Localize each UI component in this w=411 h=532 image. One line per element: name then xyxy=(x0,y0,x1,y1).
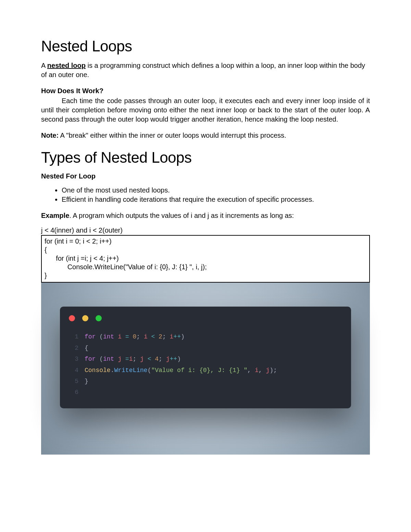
line-number: 6 xyxy=(69,387,78,398)
code-text: { xyxy=(85,343,88,354)
code-text: Console.WriteLine("Value of i: {0}, J: {… xyxy=(85,365,277,376)
intro-term: nested loop xyxy=(47,62,86,69)
minimize-icon xyxy=(82,315,88,321)
code-line-6: 6 xyxy=(69,387,342,398)
heading-types: Types of Nested Loops xyxy=(41,149,370,166)
code-text: for (int j =i; j < 4; j++) xyxy=(85,354,181,364)
terminal-screenshot-wrap: 1 for (int i = 0; i < 2; i++) 2 { 3 for … xyxy=(41,283,370,455)
terminal-window: 1 for (int i = 0; i < 2; i++) 2 { 3 for … xyxy=(60,307,351,408)
intro-pre: A xyxy=(41,62,47,69)
example-label: Example xyxy=(41,212,69,219)
code-line-2: 2 { xyxy=(69,343,342,354)
note-text: A "break" either within the inner or out… xyxy=(59,132,286,139)
document-page: Nested Loops A nested loop is a programm… xyxy=(0,0,411,523)
line-number: 3 xyxy=(69,354,78,364)
intro-paragraph: A nested loop is a programming construct… xyxy=(41,61,370,79)
how-paragraph: Each time the code passes through an out… xyxy=(41,96,370,124)
bullet-list: One of the most used nested loops. Effic… xyxy=(41,186,370,203)
list-item: One of the most used nested loops. xyxy=(62,186,370,194)
intro-post: is a programming construct which defines… xyxy=(41,62,365,78)
example-line-1: Example. A program which outputs the val… xyxy=(41,212,370,220)
close-icon xyxy=(69,315,75,321)
line-number: 4 xyxy=(69,365,78,376)
window-controls xyxy=(69,314,342,325)
subheading-how: How Does It Work? xyxy=(41,87,370,95)
heading-nested-loops: Nested Loops xyxy=(41,38,370,55)
maximize-icon xyxy=(96,315,102,321)
subheading-nested-for: Nested For Loop xyxy=(41,172,370,180)
note-paragraph: Note: A "break" either within the inner … xyxy=(41,132,370,139)
example-text-1: . A program which outputs the values of … xyxy=(69,212,294,219)
code-text: for (int i = 0; i < 2; i++) xyxy=(85,331,185,342)
code-line-5: 5 } xyxy=(69,376,342,387)
code-line-3: 3 for (int j =i; j < 4; j++) xyxy=(69,354,342,364)
line-number: 1 xyxy=(69,331,78,342)
code-line-1: 1 for (int i = 0; i < 2; i++) xyxy=(69,331,342,342)
note-label: Note: xyxy=(41,132,59,139)
plain-code-block: for (int i = 0; i < 2; i++) { for (int j… xyxy=(41,235,370,283)
example-line-2: j < 4(inner) and i < 2(outer) xyxy=(41,226,370,234)
line-number: 5 xyxy=(69,376,78,387)
line-number: 2 xyxy=(69,343,78,354)
code-line-4: 4 Console.WriteLine("Value of i: {0}, J:… xyxy=(69,365,342,376)
code-text: } xyxy=(85,376,88,387)
list-item: Efficient in handling code iterations th… xyxy=(62,196,370,203)
